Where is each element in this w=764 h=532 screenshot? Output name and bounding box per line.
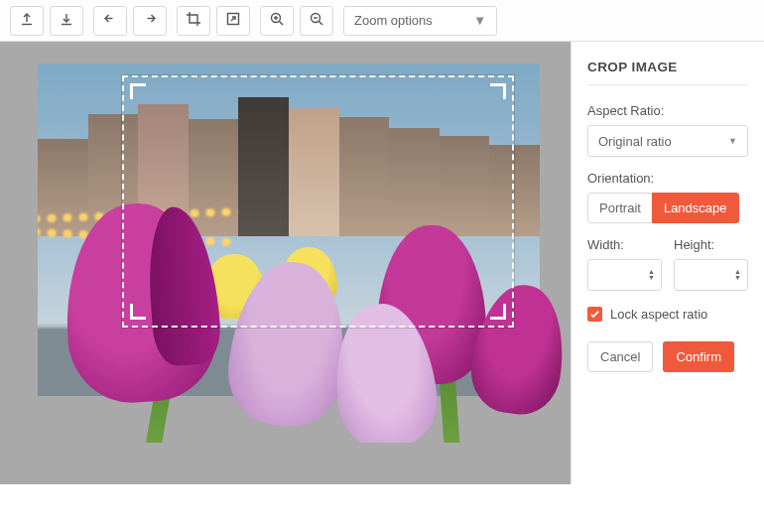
confirm-button[interactable]: Confirm bbox=[663, 341, 734, 372]
canvas-area bbox=[0, 42, 571, 484]
content-row: CROP IMAGE Aspect Ratio: Original ratio … bbox=[0, 42, 764, 484]
panel-title: CROP IMAGE bbox=[587, 60, 748, 74]
undo-button[interactable] bbox=[93, 6, 127, 36]
orientation-toggle: Portrait Landscape bbox=[587, 193, 748, 223]
redo-icon bbox=[142, 11, 158, 31]
crop-icon bbox=[186, 11, 201, 31]
chevron-down-icon: ▼ bbox=[473, 13, 486, 28]
zoom-in-button[interactable] bbox=[260, 6, 294, 36]
zoom-in-icon bbox=[269, 11, 285, 31]
crop-button[interactable] bbox=[177, 6, 210, 36]
aspect-ratio-select[interactable]: Original ratio ▼ bbox=[587, 125, 748, 157]
canvas-wrap[interactable] bbox=[38, 64, 571, 443]
aspect-ratio-label: Aspect Ratio: bbox=[587, 103, 748, 118]
upload-button[interactable] bbox=[10, 6, 44, 36]
crop-handle-bl[interactable] bbox=[130, 300, 150, 320]
zoom-out-icon bbox=[309, 11, 324, 31]
crop-selection[interactable] bbox=[122, 75, 514, 328]
resize-icon bbox=[225, 11, 241, 31]
width-input-wrap: ▲▼ bbox=[587, 259, 662, 291]
orientation-label: Orientation: bbox=[587, 171, 748, 186]
undo-icon bbox=[102, 11, 118, 31]
height-step-down[interactable]: ▼ bbox=[734, 275, 741, 281]
crop-handle-tl[interactable] bbox=[130, 83, 150, 103]
lock-aspect-label: Lock aspect ratio bbox=[610, 307, 707, 322]
download-button[interactable] bbox=[50, 6, 83, 36]
download-icon bbox=[59, 11, 74, 31]
orientation-portrait[interactable]: Portrait bbox=[587, 193, 653, 223]
height-label: Height: bbox=[674, 237, 748, 252]
aspect-ratio-value: Original ratio bbox=[598, 134, 672, 149]
crop-sidebar: CROP IMAGE Aspect Ratio: Original ratio … bbox=[571, 42, 764, 484]
height-input-wrap: ▲▼ bbox=[674, 259, 748, 291]
orientation-landscape[interactable]: Landscape bbox=[652, 193, 739, 223]
redo-button[interactable] bbox=[133, 6, 167, 36]
width-step-down[interactable]: ▼ bbox=[648, 275, 655, 281]
width-label: Width: bbox=[587, 237, 662, 252]
divider bbox=[587, 84, 748, 85]
check-icon bbox=[589, 309, 600, 320]
lock-aspect-checkbox[interactable] bbox=[587, 307, 602, 322]
zoom-options-select[interactable]: Zoom options ▼ bbox=[343, 6, 497, 36]
cancel-button[interactable]: Cancel bbox=[587, 341, 653, 372]
height-input[interactable] bbox=[683, 268, 734, 283]
resize-button[interactable] bbox=[216, 6, 250, 36]
crop-handle-br[interactable] bbox=[486, 300, 506, 320]
zoom-options-label: Zoom options bbox=[354, 13, 433, 28]
toolbar: Zoom options ▼ bbox=[0, 0, 764, 42]
crop-handle-tr[interactable] bbox=[486, 83, 506, 103]
chevron-down-icon: ▼ bbox=[728, 136, 737, 146]
image-preview bbox=[38, 64, 540, 396]
zoom-out-button[interactable] bbox=[300, 6, 333, 36]
image-editor: Zoom options ▼ bbox=[0, 0, 764, 484]
width-input[interactable] bbox=[596, 268, 648, 283]
upload-icon bbox=[19, 11, 35, 31]
